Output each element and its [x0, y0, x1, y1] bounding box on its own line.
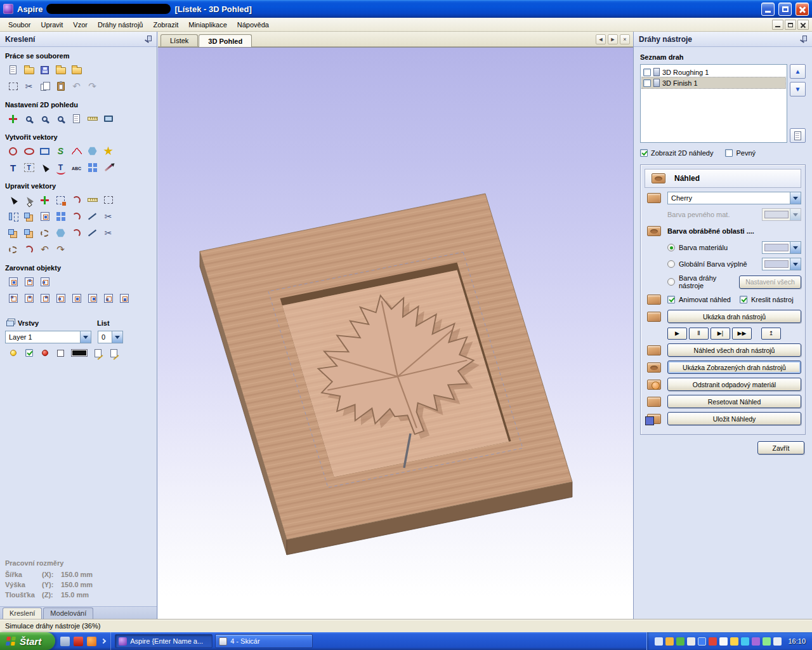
- color-white-icon[interactable]: [53, 345, 69, 361]
- text-select-icon[interactable]: [37, 160, 53, 175]
- cut-vector-icon[interactable]: [100, 209, 116, 224]
- tab-close-icon[interactable]: ×: [620, 34, 630, 44]
- taskbar-task-aspire[interactable]: Aspire {Enter Name a...: [115, 634, 213, 648]
- chevron-down-icon[interactable]: [790, 209, 801, 220]
- tray-icon[interactable]: [698, 637, 706, 646]
- step-icon[interactable]: ▶|: [710, 328, 730, 340]
- tray-icon[interactable]: [687, 637, 695, 646]
- text-box-icon[interactable]: [21, 160, 37, 175]
- pause-icon[interactable]: Ⅱ: [689, 328, 709, 340]
- tray-icon[interactable]: [730, 637, 738, 646]
- move-down-button[interactable]: ▼: [790, 82, 806, 96]
- menu-drahy-nastroju[interactable]: Dráhy nástrojů: [93, 19, 148, 30]
- toolpath-item-finish[interactable]: 3D Finish 1: [642, 77, 785, 88]
- array-copy-icon[interactable]: [84, 160, 100, 175]
- redo-icon[interactable]: [84, 79, 100, 94]
- list-select[interactable]: 0: [98, 331, 123, 343]
- lasso-icon[interactable]: [5, 242, 21, 257]
- settings-all-button[interactable]: Nastavení všech: [739, 275, 801, 289]
- align-grid-icon[interactable]: [37, 209, 53, 224]
- trim-line-icon[interactable]: [84, 209, 100, 224]
- pin-icon[interactable]: [144, 36, 152, 43]
- close-button[interactable]: [796, 3, 809, 16]
- node-edit-icon[interactable]: [21, 192, 37, 208]
- chevron-down-icon[interactable]: [790, 192, 801, 204]
- chevron-down-icon[interactable]: [80, 331, 91, 343]
- polyline-icon[interactable]: [69, 143, 84, 159]
- select-box-icon[interactable]: [5, 79, 21, 94]
- layer-select[interactable]: Layer 1: [5, 331, 91, 343]
- delete-waste-button[interactable]: Odstranit odpadový materiál: [667, 378, 801, 391]
- menu-zobrazit[interactable]: Zobrazit: [148, 19, 184, 30]
- align-inner-left-icon[interactable]: [21, 291, 37, 306]
- quicklaunch-icon-3[interactable]: [87, 637, 96, 646]
- material-color-radio[interactable]: [667, 244, 675, 251]
- copy-icon[interactable]: [37, 79, 53, 94]
- align-center-h-icon[interactable]: [37, 291, 53, 306]
- text-icon[interactable]: [5, 160, 21, 175]
- global-fill-radio[interactable]: [667, 260, 675, 268]
- material-select[interactable]: Cherry: [667, 192, 801, 204]
- tray-icon[interactable]: [763, 637, 771, 646]
- paste-icon[interactable]: [53, 79, 69, 94]
- new-file-icon[interactable]: [5, 62, 21, 77]
- tab-3d-pohled[interactable]: 3D Pohled: [199, 34, 252, 47]
- toggle-view-icon[interactable]: [100, 111, 116, 126]
- align-top-icon[interactable]: [84, 291, 100, 306]
- fillet-icon[interactable]: [69, 225, 84, 241]
- weld-icon[interactable]: [5, 225, 21, 241]
- mirror-icon[interactable]: [5, 209, 21, 224]
- distribute-icon[interactable]: [53, 209, 69, 224]
- zoom-extents-icon[interactable]: [69, 111, 84, 126]
- tab-modeling[interactable]: Modelování: [43, 607, 93, 619]
- minimize-button[interactable]: [761, 3, 775, 16]
- scale-icon[interactable]: [53, 192, 69, 208]
- merge-layers-icon[interactable]: [106, 345, 122, 361]
- cut-icon[interactable]: [21, 79, 37, 94]
- align-bottom-icon[interactable]: [116, 291, 132, 306]
- quicklaunch-icon-2[interactable]: [74, 637, 83, 646]
- global-fill-select[interactable]: [762, 258, 801, 270]
- curve-right-icon[interactable]: [53, 242, 69, 257]
- quicklaunch-icon-1[interactable]: [60, 637, 70, 646]
- reset-preview-button[interactable]: Resetovat Náhled: [667, 395, 801, 408]
- material-color-select[interactable]: [762, 241, 801, 254]
- save-preview-button[interactable]: Uložit Náhledy: [667, 412, 801, 425]
- subtract-icon[interactable]: [21, 225, 37, 241]
- menu-miniaplikace[interactable]: Miniaplikace: [183, 19, 232, 30]
- lasso-select-icon[interactable]: [37, 225, 53, 241]
- select-icon[interactable]: [5, 192, 21, 208]
- tray-icon[interactable]: [676, 637, 684, 646]
- center-x-icon[interactable]: [21, 274, 37, 289]
- solid-checkbox[interactable]: [725, 149, 733, 157]
- center-in-material-icon[interactable]: [5, 274, 21, 289]
- tray-icon[interactable]: [655, 637, 663, 646]
- tray-icon[interactable]: [752, 637, 760, 646]
- offset-icon[interactable]: [21, 209, 37, 224]
- measure-icon[interactable]: [84, 192, 100, 208]
- align-left-icon[interactable]: [5, 291, 21, 306]
- save-file-icon[interactable]: [37, 62, 53, 77]
- rectangle-icon[interactable]: [37, 143, 53, 159]
- show-2d-previews-checkbox[interactable]: [640, 149, 648, 157]
- extend-icon[interactable]: [84, 225, 100, 241]
- edit-layers-icon[interactable]: [90, 345, 106, 361]
- polygon-icon[interactable]: [84, 143, 100, 159]
- toolpath-item-roughing[interactable]: 3D Roughing 1: [642, 67, 785, 77]
- close-form-button[interactable]: Zavřít: [757, 441, 804, 454]
- 3d-viewport[interactable]: [158, 47, 633, 619]
- tab-prev-icon[interactable]: ◄: [596, 34, 606, 44]
- start-button[interactable]: Štart: [0, 632, 55, 650]
- ellipse-icon[interactable]: [21, 143, 37, 159]
- toolpath-color-radio[interactable]: [667, 278, 675, 286]
- open-file-icon[interactable]: [21, 62, 37, 77]
- text-small-icon[interactable]: [69, 160, 84, 175]
- curve-left-icon[interactable]: [37, 242, 53, 257]
- chevron-down-icon[interactable]: [790, 258, 801, 270]
- center-y-icon[interactable]: [37, 274, 53, 289]
- toolpath-summary-button[interactable]: [790, 128, 806, 143]
- animate-checkbox[interactable]: [667, 296, 675, 303]
- menu-soubor[interactable]: Soubor: [3, 19, 36, 30]
- scissors-icon[interactable]: [100, 225, 116, 241]
- group-icon[interactable]: [53, 225, 69, 241]
